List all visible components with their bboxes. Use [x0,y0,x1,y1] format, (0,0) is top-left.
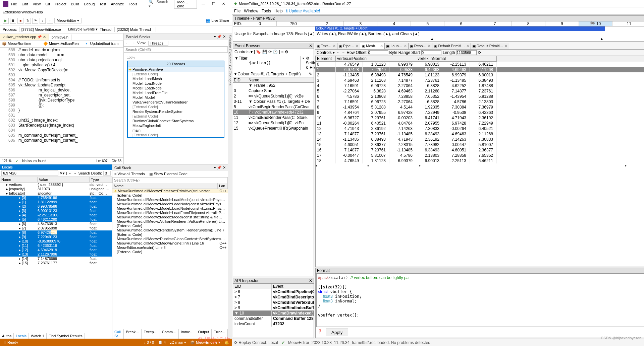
restart-icon[interactable]: ↻ [25,18,31,24]
locals-expr-input[interactable] [1,170,58,176]
stop-icon[interactable]: ■ [17,18,23,24]
help-icon[interactable]: ❓ [316,327,324,338]
mesh-row[interactable]: 14-1.134856.384934.719432.361927.142637.… [316,137,644,142]
tab-locals[interactable]: Locals [14,333,29,339]
stack-frame[interactable]: MeowEngine::Init [128,123,224,128]
menu-tools[interactable]: Tools [127,1,140,7]
callstack-row[interactable]: MeowRuntimed.dll!Meow::Model::LoadMesh(c… [112,198,228,202]
menu-test[interactable]: Test [97,1,108,7]
event-row[interactable]: ▼ Frame #952 [233,83,314,88]
mesh-body[interactable]: 04.765491.811236.993796.90013-2.251136.4… [316,62,644,163]
status-project[interactable]: 📦 MeowEngine ▾ [190,340,220,345]
update-available-link[interactable]: ℹ Update Available! [286,9,320,13]
mesh-row[interactable]: 64.57862.138037.288587.65352-1.439545.81… [316,94,644,99]
tab-excep[interactable]: Excep… [142,329,160,339]
locals-row[interactable]: ▸ [9]7.22949123float [0,235,112,239]
tab-break[interactable]: Break… [124,329,142,339]
stack-frame[interactable]: Model::LoadNode [128,86,224,90]
event-row[interactable]: 0 Capture Start [233,88,314,93]
event-row[interactable]: 3-11 ▼ Colour Pass #1 (1 Targets + De [233,99,314,104]
mesh-row[interactable]: 47.165916.96723-2.270646.38284.622521.87… [316,83,644,88]
mesh-row[interactable]: 2-1.134856.384934.765491.811236.993796.9… [316,72,644,78]
nav-func[interactable]: 🔹 Update(float fram [82,41,123,47]
rd-tab[interactable]: ▣ Default Primiti… ✕ [432,43,471,49]
mesh-row[interactable]: 17-0.004475.810074.57862.138037.288587.6… [316,153,644,158]
stack-frame[interactable]: RenderSystem::RenderSystem [128,109,224,114]
rd-tab[interactable]: ▣ Laun… ✕ [385,43,409,49]
locals-row[interactable]: ▸ [allocator]allocatorstd::_Co… [0,191,112,196]
timeline-bar[interactable]: Colour Pass #1 (1 Targets + Depth) [233,26,644,31]
callstack-row[interactable]: MeowEditor.exe!main() Line 8C++ [112,246,228,250]
menu-debug[interactable]: Debug [82,1,97,7]
rd-menu-help[interactable]: Help [274,9,283,13]
callstack-row[interactable]: ➜ MeowRuntimed.dll!Meow::Primitive::Prim… [112,189,228,193]
callstack-row[interactable]: [External Code] [112,224,228,228]
mesh-row[interactable]: 5-2.270646.38284.694632.112687.148777.23… [316,88,644,94]
length-input[interactable] [457,50,477,55]
api-row[interactable]: commandBufferCommand Buffer 128 [233,316,314,321]
replay-context[interactable]: ⟳ Replay Context: Local [234,340,278,345]
menu-help[interactable]: Help [35,10,43,14]
mesh-row[interactable]: 04.765491.811236.993796.90013-2.251136.4… [316,62,644,67]
callstack-row[interactable]: [External Code] [112,232,228,237]
menu-analyze[interactable]: Analyze [109,1,126,7]
maximize-icon[interactable]: ☐ [210,1,217,7]
mesh-row[interactable]: 8-1.439545.812884.51441.923357.303847.36… [316,105,644,110]
status-branch[interactable]: ⎇ main ▾ [170,340,186,345]
tab-error[interactable]: Error… [212,329,228,339]
locals-row[interactable]: ▸ [1]1.81122899float [0,200,112,204]
nav-class[interactable]: 🔶 Meow::VulkanRen [41,41,83,47]
stack-frame[interactable]: [External Code] [128,114,224,119]
event-row[interactable]: 12 => vkQueueSubmit(1)[0]: vkEn [233,120,314,126]
menu-extensions[interactable]: Extensions [3,10,21,14]
vs-active-doc-tab[interactable]: Meo…gine [174,0,197,9]
api-row[interactable]: indexCount47232 [233,321,314,327]
stack-frame[interactable]: [External Code] [128,72,224,76]
locals-row[interactable]: ▸ [13]2.11267996float [0,252,112,257]
mesh-row[interactable]: 77.165916.96723-2.270646.38284.57862.138… [316,99,644,105]
step-out-icon[interactable]: ↑ [47,18,53,24]
locals-row[interactable]: ▸ [11]6.42363119float [0,244,112,248]
lifecycle-dropdown[interactable]: Lifecycle Events ▾ [68,27,98,31]
event-row[interactable]: 10🏁 vkCmdDrawIndexed(47232, [233,110,314,115]
stack-frame[interactable]: Model::LoadFromFile [128,90,224,95]
byte-start-input[interactable] [421,50,441,55]
row-offset-input[interactable] [368,50,388,55]
menu-file[interactable]: File [9,1,19,7]
mesh-row[interactable]: 167.148777.23761-1.134856.384934.600512.… [316,147,644,153]
ps-search-input[interactable] [124,47,228,53]
stack-frame[interactable]: [External Code] [128,133,224,137]
view-all-threads-button[interactable]: ≡ View all Threads [114,172,145,176]
step-over-icon[interactable]: ↷ [32,18,38,24]
ps-fwd-icon[interactable]: → [131,41,135,46]
callstack-body[interactable]: ➜ MeowRuntimed.dll!Meow::Primitive::Prim… [112,189,228,329]
api-row[interactable]: ▼ 10vkCmdDrawIndexed( [233,310,314,316]
thread-dropdown[interactable]: [23252] Main Thread [114,27,156,32]
api-row[interactable]: > 6vkCmdBindPipeline(Gra [233,289,314,294]
callstack-row[interactable]: MeowRuntimed.dll!Meow::Model::Model(cons… [112,215,228,219]
tab-watch[interactable]: Watch 1 [29,333,47,339]
menu-view[interactable]: View [31,1,43,7]
menu-window[interactable]: Window [21,10,35,14]
close-icon[interactable]: ✕ [309,278,312,283]
callstack-row[interactable]: MeowRuntimed.dll!Meow::VulkanRenderer::V… [112,219,228,224]
callstack-row[interactable]: [External Code] [112,250,228,254]
status-errors[interactable]: ↕ 0 / 0 [144,340,154,344]
vs-search[interactable]: 🔍 Search ▾ [147,0,173,9]
project-dropdown[interactable]: MeowEditor ▾ [54,18,82,23]
close-icon[interactable]: ✕ [309,44,312,48]
tab-findsymbol[interactable]: Find Symbol Results [47,333,85,339]
menu-edit[interactable]: Edit [20,1,30,7]
mesh-row[interactable]: 94.847642.079556.974287.22949-0.95386.42… [316,110,644,115]
menu-git[interactable]: Git [43,1,52,7]
api-row[interactable]: > 8vkCmdBindVertexBuffers [233,300,314,305]
mesh-row[interactable]: 11-0.002646.405214.847642.079556.974287.… [316,121,644,126]
stack-frame[interactable]: [External Code] [128,105,224,109]
event-row[interactable]: 2 => vkQueueSubmit(1)[0]: vkBe [233,93,314,99]
filter-input[interactable] [249,56,301,70]
event-row[interactable]: 5 vkCmdBeginRenderPass(C=Clear [233,104,314,110]
callstack-row[interactable]: MeowRuntimed.dll!Meow::RenderSystem::Ren… [112,228,228,232]
continue-icon[interactable]: ▶ [3,18,9,24]
api-row[interactable]: > 7vkCmdBindDescriptorSet [233,294,314,300]
fwd-icon[interactable]: → [73,171,77,175]
